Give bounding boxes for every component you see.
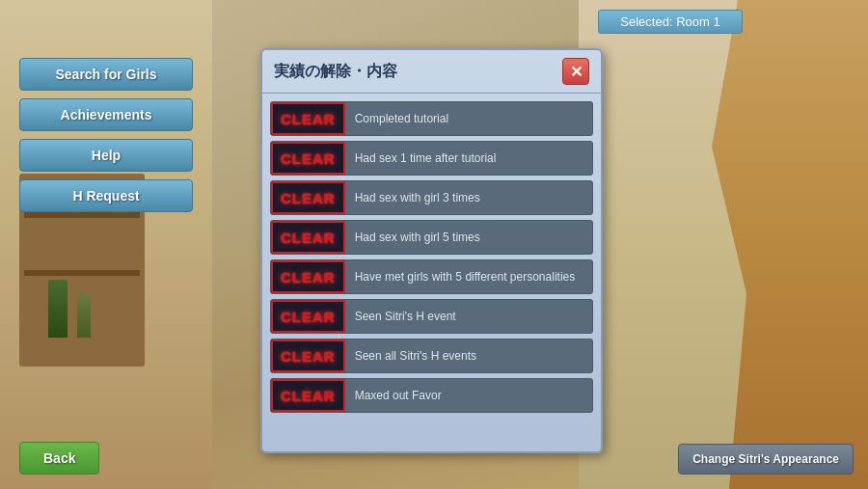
room-selector: Selected: Room 1 bbox=[598, 10, 743, 34]
sidebar-btn-help[interactable]: Help bbox=[19, 139, 193, 172]
achievement-item: CLEARMaxed out Favor bbox=[270, 378, 593, 413]
achievement-description: Seen Sitri's H event bbox=[345, 310, 592, 323]
modal-close-button[interactable]: ✕ bbox=[562, 58, 589, 85]
modal-title: 実績の解除・内容 bbox=[274, 62, 397, 82]
achievement-item: CLEARHad sex with girl 5 times bbox=[270, 220, 593, 255]
sidebar-btn-h-request[interactable]: H Request bbox=[19, 179, 193, 212]
sidebar: Search for GirlsAchievementsHelpH Reques… bbox=[19, 58, 193, 212]
clear-badge[interactable]: CLEAR bbox=[271, 102, 345, 135]
achievement-item: CLEARHave met girls with 5 different per… bbox=[270, 259, 593, 294]
achievements-modal: 実績の解除・内容 ✕ CLEARCompleted tutorialCLEARH… bbox=[260, 48, 603, 453]
room-label: Selected: Room 1 bbox=[620, 14, 719, 29]
sidebar-btn-search-for-girls[interactable]: Search for Girls bbox=[19, 58, 193, 91]
sidebar-btn-achievements[interactable]: Achievements bbox=[19, 98, 193, 131]
achievement-description: Had sex with girl 5 times bbox=[345, 231, 592, 244]
clear-badge[interactable]: CLEAR bbox=[271, 221, 345, 254]
achievement-item: CLEARHad sex 1 time after tutorial bbox=[270, 141, 593, 176]
right-wall bbox=[579, 0, 868, 489]
change-appearance-button[interactable]: Change Sitri's Appearance bbox=[678, 444, 854, 475]
clear-badge[interactable]: CLEAR bbox=[271, 142, 345, 175]
achievement-description: Seen all Sitri's H events bbox=[345, 349, 592, 363]
achievement-description: Maxed out Favor bbox=[345, 389, 592, 402]
back-button[interactable]: Back bbox=[19, 442, 99, 475]
curtain bbox=[694, 0, 868, 489]
achievement-description: Have met girls with 5 different personal… bbox=[345, 270, 592, 284]
achievement-item: CLEARCompleted tutorial bbox=[270, 101, 593, 136]
achievement-item: CLEARSeen all Sitri's H events bbox=[270, 339, 593, 373]
clear-badge[interactable]: CLEAR bbox=[271, 340, 345, 372]
achievement-description: Had sex with girl 3 times bbox=[345, 191, 592, 204]
achievement-description: Completed tutorial bbox=[345, 112, 592, 125]
modal-header: 実績の解除・内容 ✕ bbox=[262, 50, 601, 94]
achievement-list: CLEARCompleted tutorialCLEARHad sex 1 ti… bbox=[262, 94, 601, 442]
achievement-description: Had sex 1 time after tutorial bbox=[345, 151, 592, 165]
clear-badge[interactable]: CLEAR bbox=[271, 260, 345, 293]
clear-badge[interactable]: CLEAR bbox=[271, 300, 345, 333]
bottle-2 bbox=[77, 294, 91, 338]
bottle-1 bbox=[48, 280, 68, 338]
clear-badge[interactable]: CLEAR bbox=[271, 181, 345, 214]
clear-badge[interactable]: CLEAR bbox=[271, 379, 345, 412]
achievement-item: CLEARHad sex with girl 3 times bbox=[270, 180, 593, 215]
achievement-item: CLEARSeen Sitri's H event bbox=[270, 299, 593, 334]
